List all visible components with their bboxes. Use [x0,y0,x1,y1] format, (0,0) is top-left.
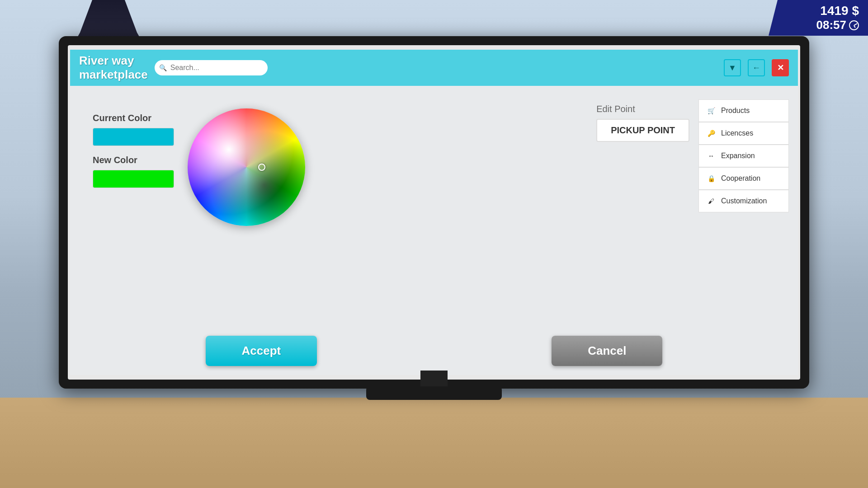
hud-panel: 1419 $ 08:57 [769,0,868,36]
search-input[interactable] [155,60,268,75]
products-icon: 🛒 [706,105,717,116]
color-wheel-container[interactable] [188,108,305,226]
new-color-swatch [93,170,174,188]
modal-body: Current Color New Color Edit Point [70,86,798,327]
cooperation-icon: 🔒 [706,173,717,184]
edit-point-label: Edit Point [596,104,689,114]
time-display: 08:57 [778,18,859,32]
modal-header: River way marketplace 🔍 ▼ ← ✕ [70,50,798,86]
clock-icon [849,20,859,30]
cooperation-label: Cooperation [721,174,760,183]
edit-point-area: Edit Point PICKUP POINT [596,104,689,142]
right-panel: 🛒 Products 🔑 Licencses ↔ Expansion 🔒 Coo… [698,99,789,212]
sidebar-item-expansion[interactable]: ↔ Expansion [698,145,789,167]
monitor-screen: River way marketplace 🔍 ▼ ← ✕ Current Co… [68,45,800,380]
customization-label: Customization [721,197,767,205]
licenses-label: Licencses [721,129,753,137]
current-color-label: Current Color [93,113,174,123]
modal-window: River way marketplace 🔍 ▼ ← ✕ Current Co… [70,50,798,375]
expansion-label: Expansion [721,152,755,160]
sidebar-item-licenses[interactable]: 🔑 Licencses [698,122,789,145]
color-wheel[interactable] [188,108,305,226]
back-button[interactable]: ← [748,59,765,76]
close-button[interactable]: ✕ [772,59,789,76]
cancel-button[interactable]: Cancel [552,336,662,366]
modal-footer: Accept Cancel [70,327,798,375]
licenses-icon: 🔑 [706,128,717,139]
color-picker-area: Current Color New Color Edit Point [79,95,698,318]
pickup-point-button[interactable]: PICKUP POINT [596,119,689,142]
current-color-swatch [93,128,174,146]
color-wheel-cursor [258,164,265,171]
dropdown-button[interactable]: ▼ [724,59,741,76]
search-wrapper: 🔍 [155,60,717,75]
sidebar-item-cooperation[interactable]: 🔒 Cooperation [698,167,789,190]
customization-icon: 🖌 [706,196,717,206]
search-icon: 🔍 [159,64,167,71]
accept-button[interactable]: Accept [206,336,317,366]
monitor-base [366,386,502,400]
desk [0,398,868,488]
products-label: Products [721,107,750,115]
money-display: 1419 $ [778,4,859,18]
new-color-label: New Color [93,155,174,165]
sidebar-item-products[interactable]: 🛒 Products [698,99,789,122]
expansion-icon: ↔ [706,150,717,161]
monitor: River way marketplace 🔍 ▼ ← ✕ Current Co… [59,36,809,389]
sidebar-item-customization[interactable]: 🖌 Customization [698,190,789,212]
modal-title: River way marketplace [79,54,148,82]
